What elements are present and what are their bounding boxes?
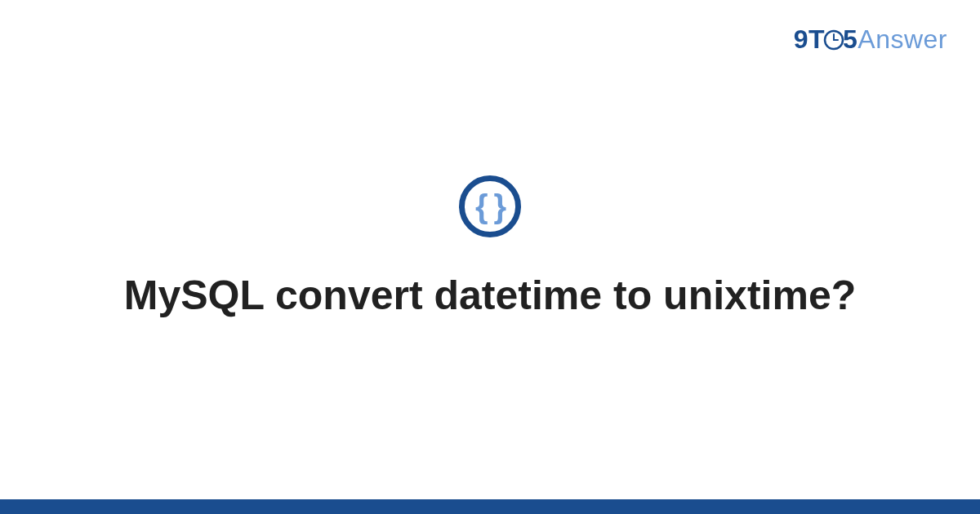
clock-icon: [823, 29, 844, 51]
footer-accent-bar: [0, 499, 980, 514]
category-badge: { }: [459, 175, 521, 237]
logo-text-answer: Answer: [858, 24, 947, 54]
main-content: { } MySQL convert datetime to unixtime?: [0, 175, 980, 321]
code-braces-icon: { }: [475, 190, 505, 223]
logo-text-9t: 9T: [794, 24, 825, 54]
question-title: MySQL convert datetime to unixtime?: [124, 270, 856, 321]
site-logo: 9T5Answer: [794, 24, 947, 55]
logo-text-5: 5: [843, 24, 858, 54]
